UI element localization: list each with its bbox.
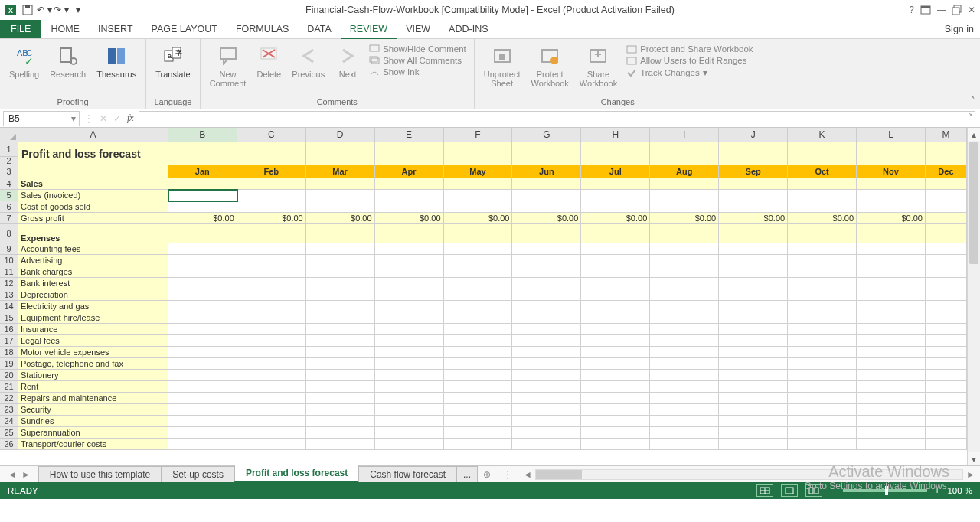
- new-comment-button[interactable]: New Comment: [205, 42, 251, 90]
- column-header-G[interactable]: G: [512, 128, 581, 142]
- sheet-tab-more[interactable]: ...: [456, 466, 478, 482]
- cell[interactable]: [650, 358, 719, 370]
- cell[interactable]: [306, 381, 375, 393]
- cell[interactable]: [444, 416, 513, 427]
- cell[interactable]: [581, 347, 650, 358]
- spelling-button[interactable]: ABC✓Spelling: [5, 42, 44, 80]
- cell[interactable]: [306, 178, 375, 190]
- cell[interactable]: [857, 142, 926, 165]
- cell[interactable]: [719, 190, 788, 201]
- cell[interactable]: [926, 255, 967, 266]
- cell[interactable]: [788, 255, 857, 266]
- cell[interactable]: [444, 224, 513, 243]
- column-header-I[interactable]: I: [650, 128, 719, 142]
- cell[interactable]: [650, 289, 719, 301]
- row-header-18[interactable]: 18: [0, 347, 18, 358]
- cell[interactable]: [857, 243, 926, 255]
- row-header-6[interactable]: 6: [0, 201, 18, 213]
- cell[interactable]: [168, 224, 237, 243]
- column-header-E[interactable]: E: [375, 128, 444, 142]
- row-header-4[interactable]: 4: [0, 178, 18, 190]
- cell[interactable]: [719, 289, 788, 301]
- collapse-ribbon-icon[interactable]: ˄: [971, 96, 975, 106]
- cell[interactable]: [650, 190, 719, 201]
- row-label[interactable]: Cost of goods sold: [18, 201, 168, 213]
- row-header-21[interactable]: 21: [0, 381, 18, 393]
- cell[interactable]: [512, 358, 581, 370]
- row-label[interactable]: Transport/courier costs: [18, 439, 168, 450]
- zoom-out-icon[interactable]: −: [830, 486, 835, 495]
- delete-comment-button[interactable]: Delete: [252, 42, 286, 80]
- row-label[interactable]: Gross profit: [18, 213, 168, 224]
- cell[interactable]: [857, 381, 926, 393]
- cell[interactable]: [168, 266, 237, 278]
- cell[interactable]: [650, 278, 719, 289]
- fx-icon[interactable]: fx: [127, 113, 134, 124]
- cell[interactable]: [581, 224, 650, 243]
- cell[interactable]: [306, 358, 375, 370]
- cell[interactable]: [650, 381, 719, 393]
- cell[interactable]: [168, 301, 237, 312]
- cell[interactable]: [788, 335, 857, 347]
- cell[interactable]: [719, 335, 788, 347]
- cell[interactable]: [926, 416, 967, 427]
- cell[interactable]: [926, 393, 967, 404]
- cell[interactable]: [512, 190, 581, 201]
- cell[interactable]: [650, 324, 719, 335]
- tab-data[interactable]: DATA: [298, 19, 340, 38]
- cell[interactable]: [719, 358, 788, 370]
- row-header-2[interactable]: 2: [0, 157, 18, 165]
- cell[interactable]: [926, 190, 967, 201]
- cell[interactable]: [926, 201, 967, 213]
- cell[interactable]: [788, 278, 857, 289]
- month-header-Sep[interactable]: Sep: [719, 165, 788, 178]
- cell[interactable]: [788, 243, 857, 255]
- add-sheet-icon[interactable]: ⊕: [477, 469, 497, 480]
- cell[interactable]: [375, 358, 444, 370]
- cell[interactable]: [857, 404, 926, 416]
- cell[interactable]: [168, 178, 237, 190]
- cell[interactable]: [168, 370, 237, 381]
- cell[interactable]: [375, 201, 444, 213]
- cell[interactable]: [719, 266, 788, 278]
- row-label[interactable]: Advertising: [18, 255, 168, 266]
- cell[interactable]: [926, 370, 967, 381]
- cell[interactable]: [444, 142, 513, 165]
- row-label[interactable]: Electricity and gas: [18, 301, 168, 312]
- tab-file[interactable]: FILE: [0, 19, 41, 38]
- cell[interactable]: [650, 178, 719, 190]
- cell[interactable]: [306, 416, 375, 427]
- cell[interactable]: [237, 381, 306, 393]
- cell[interactable]: [444, 266, 513, 278]
- cell[interactable]: [512, 381, 581, 393]
- cell[interactable]: [788, 178, 857, 190]
- cell[interactable]: [444, 393, 513, 404]
- cell[interactable]: [788, 358, 857, 370]
- row-header-9[interactable]: 9: [0, 243, 18, 255]
- cell[interactable]: [168, 190, 237, 201]
- cell[interactable]: [168, 381, 237, 393]
- cell[interactable]: [788, 201, 857, 213]
- cell[interactable]: $0.00: [444, 213, 513, 224]
- cell[interactable]: [375, 416, 444, 427]
- zoom-in-icon[interactable]: +: [935, 486, 940, 495]
- cell[interactable]: [306, 224, 375, 243]
- sheet-nav-next-icon[interactable]: ►: [21, 469, 31, 480]
- cell[interactable]: [512, 347, 581, 358]
- cell[interactable]: [512, 416, 581, 427]
- cell[interactable]: [512, 427, 581, 439]
- cell[interactable]: [857, 439, 926, 450]
- cell[interactable]: [926, 358, 967, 370]
- cell[interactable]: [375, 278, 444, 289]
- sheet-tab-cashflow[interactable]: Cash flow forecast: [358, 466, 457, 482]
- cell[interactable]: [857, 190, 926, 201]
- row-header-10[interactable]: 10: [0, 255, 18, 266]
- cell[interactable]: [650, 416, 719, 427]
- cell[interactable]: [857, 178, 926, 190]
- cell[interactable]: [650, 439, 719, 450]
- cell[interactable]: [857, 312, 926, 324]
- cell[interactable]: [237, 243, 306, 255]
- month-header-Nov[interactable]: Nov: [857, 165, 926, 178]
- column-header-F[interactable]: F: [444, 128, 513, 142]
- row-label[interactable]: Legal fees: [18, 335, 168, 347]
